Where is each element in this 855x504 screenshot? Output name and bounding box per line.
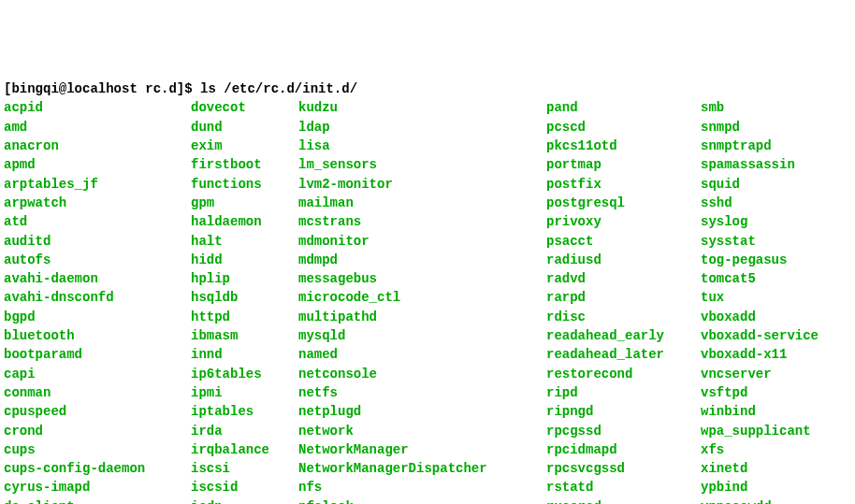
file-entry: lisa bbox=[298, 137, 546, 155]
file-entry: microcode_ctl bbox=[298, 288, 546, 307]
file-entry: irqbalance bbox=[191, 440, 298, 459]
file-entry: iscsid bbox=[191, 478, 298, 497]
file-entry: tomcat5 bbox=[701, 269, 819, 288]
file-entry: hplip bbox=[191, 269, 298, 288]
file-entry: hsqldb bbox=[191, 288, 298, 307]
file-entry: cyrus-imapd bbox=[4, 478, 191, 497]
column-1: acpidamdanacronapmdarptables_jfarpwatcha… bbox=[4, 98, 191, 504]
file-entry: radiusd bbox=[546, 251, 701, 269]
file-entry: arptables_jf bbox=[4, 175, 191, 194]
file-entry: atd bbox=[4, 212, 191, 231]
file-entry: dund bbox=[191, 118, 298, 137]
file-entry: NetworkManager bbox=[298, 440, 546, 459]
file-entry: rpcgssd bbox=[546, 422, 701, 440]
file-entry: mcstrans bbox=[298, 212, 546, 231]
file-entry: bootparamd bbox=[4, 345, 191, 364]
file-entry: postfix bbox=[546, 175, 701, 194]
file-entry: xfs bbox=[701, 440, 819, 459]
file-entry: privoxy bbox=[546, 212, 701, 231]
file-entry: firstboot bbox=[191, 155, 298, 174]
file-entry: vboxadd bbox=[701, 308, 819, 326]
file-entry: dc_client bbox=[4, 497, 191, 504]
file-entry: vboxadd-x11 bbox=[701, 345, 819, 364]
file-entry: innd bbox=[191, 345, 298, 364]
column-4: pandpcscdpkcs11otdportmappostfixpostgres… bbox=[546, 98, 701, 504]
file-entry: pand bbox=[546, 98, 701, 117]
file-entry: network bbox=[298, 422, 546, 440]
file-entry: functions bbox=[191, 175, 298, 194]
file-entry: spamassassin bbox=[701, 155, 819, 174]
column-3: kudzuldaplisalm_sensorslvm2-monitormailm… bbox=[298, 98, 546, 504]
file-entry: psacct bbox=[546, 232, 701, 251]
file-entry: ripngd bbox=[546, 402, 701, 421]
file-entry: rarpd bbox=[546, 288, 701, 307]
file-entry: sshd bbox=[701, 194, 819, 212]
file-entry: rusersd bbox=[546, 497, 701, 504]
file-entry: ldap bbox=[298, 118, 546, 137]
file-entry: tux bbox=[701, 288, 819, 307]
column-5: smbsnmpdsnmptrapdspamassassinsquidsshdsy… bbox=[701, 98, 819, 504]
file-entry: xinetd bbox=[701, 459, 819, 478]
file-entry: netplugd bbox=[298, 402, 546, 421]
file-entry: auditd bbox=[4, 232, 191, 251]
column-2: dovecotdundeximfirstbootfunctionsgpmhald… bbox=[191, 98, 298, 504]
file-entry: vboxadd-service bbox=[701, 326, 819, 345]
file-entry: ypbind bbox=[701, 478, 819, 497]
file-entry: bgpd bbox=[4, 308, 191, 326]
file-entry: readahead_later bbox=[546, 345, 701, 364]
file-entry: apmd bbox=[4, 155, 191, 174]
file-entry: arpwatch bbox=[4, 194, 191, 212]
terminal-prompt-line: [bingqi@localhost rc.d]$ ls /etc/rc.d/in… bbox=[4, 79, 851, 98]
file-entry: snmptrapd bbox=[701, 137, 819, 155]
file-entry: rstatd bbox=[546, 478, 701, 497]
prompt-command: ls /etc/rc.d/init.d/ bbox=[200, 81, 357, 96]
file-entry: mdmonitor bbox=[298, 232, 546, 251]
file-entry: restorecond bbox=[546, 365, 701, 383]
file-entry: sysstat bbox=[701, 232, 819, 251]
file-entry: cups-config-daemon bbox=[4, 459, 191, 478]
file-entry: rpcidmapd bbox=[546, 440, 701, 459]
file-entry: NetworkManagerDispatcher bbox=[298, 459, 546, 478]
file-entry: ripd bbox=[546, 383, 701, 402]
file-entry: winbind bbox=[701, 402, 819, 421]
file-entry: postgresql bbox=[546, 194, 701, 212]
file-entry: tog-pegasus bbox=[701, 251, 819, 269]
file-entry: autofs bbox=[4, 251, 191, 269]
file-entry: vncserver bbox=[701, 365, 819, 383]
file-entry: haldaemon bbox=[191, 212, 298, 231]
file-entry: cups bbox=[4, 440, 191, 459]
file-entry: exim bbox=[191, 137, 298, 155]
file-entry: syslog bbox=[701, 212, 819, 231]
file-entry: named bbox=[298, 345, 546, 364]
file-entry: messagebus bbox=[298, 269, 546, 288]
file-entry: bluetooth bbox=[4, 326, 191, 345]
file-entry: amd bbox=[4, 118, 191, 137]
file-entry: halt bbox=[191, 232, 298, 251]
file-entry: lvm2-monitor bbox=[298, 175, 546, 194]
file-entry: cpuspeed bbox=[4, 402, 191, 421]
file-entry: snmpd bbox=[701, 118, 819, 137]
file-entry: yppasswdd bbox=[701, 497, 819, 504]
file-entry: ip6tables bbox=[191, 365, 298, 383]
file-entry: netconsole bbox=[298, 365, 546, 383]
file-entry: multipathd bbox=[298, 308, 546, 326]
file-entry: mysqld bbox=[298, 326, 546, 345]
file-entry: dovecot bbox=[191, 98, 298, 117]
file-entry: smb bbox=[701, 98, 819, 117]
file-entry: iptables bbox=[191, 402, 298, 421]
file-entry: wpa_supplicant bbox=[701, 422, 819, 440]
file-entry: avahi-dnsconfd bbox=[4, 288, 191, 307]
file-entry: anacron bbox=[4, 137, 191, 155]
file-entry: gpm bbox=[191, 194, 298, 212]
file-entry: mdmpd bbox=[298, 251, 546, 269]
file-entry: nfslock bbox=[298, 497, 546, 504]
file-entry: squid bbox=[701, 175, 819, 194]
file-entry: irda bbox=[191, 422, 298, 440]
file-entry: radvd bbox=[546, 269, 701, 288]
file-entry: avahi-daemon bbox=[4, 269, 191, 288]
file-entry: netfs bbox=[298, 383, 546, 402]
file-entry: hidd bbox=[191, 251, 298, 269]
file-entry: pkcs11otd bbox=[546, 137, 701, 155]
file-entry: isdn bbox=[191, 497, 298, 504]
file-entry: crond bbox=[4, 422, 191, 440]
